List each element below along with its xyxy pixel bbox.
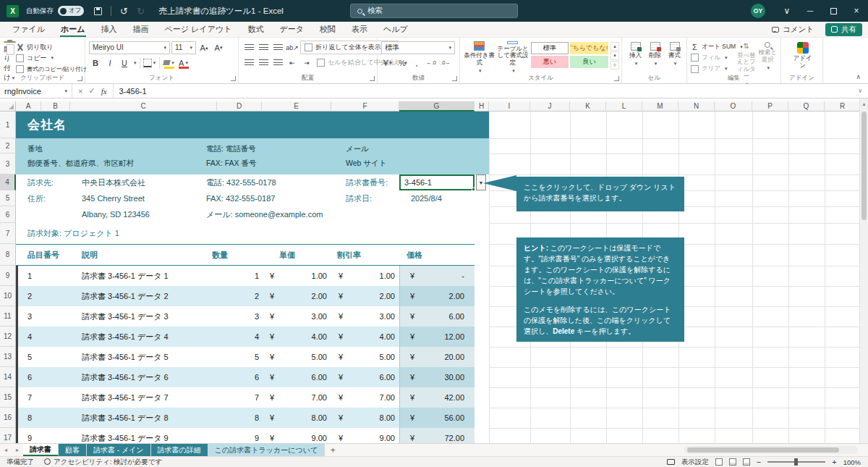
ribbon-tab-insert[interactable]: 挿入 xyxy=(93,22,125,37)
billto-value[interactable]: 中央日本株式会社 xyxy=(82,174,145,190)
italic-button[interactable]: I xyxy=(103,56,116,70)
zoom-level[interactable]: 100% xyxy=(843,458,861,466)
conditional-formatting-button[interactable]: 条件付き書式▾ xyxy=(464,40,495,74)
ribbon-tab-draw[interactable]: 描画 xyxy=(125,22,157,37)
vertical-scrollbar[interactable]: ▲ xyxy=(859,98,868,443)
alignment-dialog-launcher-icon[interactable] xyxy=(370,76,375,81)
collapse-ribbon-icon[interactable]: ∧ xyxy=(856,73,861,80)
column-header-K[interactable]: K xyxy=(570,101,606,112)
align-left-icon[interactable] xyxy=(242,56,255,70)
ribbon-tab-review[interactable]: 校閲 xyxy=(312,22,344,37)
page-break-view-icon[interactable] xyxy=(743,458,750,466)
underline-button[interactable]: U xyxy=(118,56,131,70)
invoice-table-row-3[interactable]: 3請求書 3-456-1 データ 33¥3.00¥3.00¥6.00 xyxy=(16,306,475,327)
column-header-N[interactable]: N xyxy=(678,101,715,112)
ribbon-tab-file[interactable]: ファイル xyxy=(4,22,53,37)
email-value[interactable]: メール: someone@example.com xyxy=(206,206,323,222)
borders-button[interactable]: ▾ xyxy=(143,56,156,70)
horizontal-scrollbar[interactable] xyxy=(684,446,858,454)
cancel-entry-icon[interactable]: × xyxy=(78,87,82,96)
percent-style-icon[interactable]: % xyxy=(396,56,409,70)
invoice-table-row-7[interactable]: 7請求書 3-456-1 データ 77¥7.00¥7.00¥42.00 xyxy=(16,387,475,408)
increase-decimal-icon[interactable]: ←.0 xyxy=(425,56,438,70)
delete-cells-button[interactable]: 削除▾ xyxy=(645,40,665,74)
autosave-toggle[interactable]: オフ xyxy=(58,6,84,16)
fax-value[interactable]: FAX: 432-555-0187 xyxy=(206,190,275,206)
ribbon-tab-help[interactable]: ヘルプ xyxy=(375,22,416,37)
sort-filter-button[interactable]: ⇅ 並べ替えとフィルター▾ xyxy=(736,40,757,74)
invoice-table-row-2[interactable]: 2請求書 3-456-1 データ 22¥2.00¥2.00¥2.00 xyxy=(16,286,475,306)
share-button[interactable]: 共有 xyxy=(825,23,862,36)
bold-button[interactable]: B xyxy=(89,56,102,70)
accessibility-status[interactable]: アクセシビリティ: 検討が必要です xyxy=(44,458,162,467)
invoice-table-row-8[interactable]: 8請求書 3-456-1 データ 88¥8.00¥8.00¥56.00 xyxy=(16,408,475,428)
zoom-slider-thumb[interactable] xyxy=(794,458,798,466)
normal-view-icon[interactable] xyxy=(715,458,723,466)
address-value2[interactable]: Albany, SD 123456 xyxy=(82,206,150,222)
cell-style-good[interactable]: 良い xyxy=(570,56,608,68)
comma-style-icon[interactable]: , xyxy=(410,56,423,70)
format-painter-button[interactable]: 書式のコピー/貼り付け xyxy=(16,64,87,74)
select-all-corner[interactable] xyxy=(0,101,16,112)
user-avatar[interactable]: OY xyxy=(751,4,765,18)
save-icon[interactable] xyxy=(94,7,102,15)
format-cells-button[interactable]: 書式▾ xyxy=(665,40,684,74)
ribbon-tab-home[interactable]: ホーム xyxy=(53,22,93,37)
invoice-date-value[interactable]: 2025/8/4 xyxy=(411,190,442,206)
orientation-icon[interactable]: ab↗ xyxy=(286,41,299,54)
maximize-button[interactable] xyxy=(822,0,845,22)
ribbon-tab-view[interactable]: 表示 xyxy=(344,22,375,37)
gallery-up-icon[interactable]: ▴ xyxy=(610,42,619,51)
expand-formula-bar-icon[interactable]: ∨ xyxy=(858,88,862,94)
ribbon-tab-formulas[interactable]: 数式 xyxy=(239,22,271,37)
phone-value[interactable]: 電話: 432-555-0178 xyxy=(206,174,276,190)
column-header-C[interactable]: C xyxy=(70,101,217,112)
vertical-scroll-thumb[interactable] xyxy=(861,112,867,220)
company-header-banner[interactable]: 会社名 xyxy=(16,112,489,138)
page-layout-view-icon[interactable] xyxy=(729,458,736,466)
font-color-button[interactable]: A▾ xyxy=(177,56,190,70)
cell-style-bad[interactable]: 悪い xyxy=(531,56,569,68)
sheet-tab-invoice-details[interactable]: 請求書の詳細 xyxy=(151,444,208,456)
insert-function-icon[interactable]: fx xyxy=(101,87,107,96)
column-header-H[interactable]: H xyxy=(475,101,489,112)
increase-font-icon[interactable]: A▴ xyxy=(197,41,210,54)
sheet-nav-right-icon[interactable]: ▸ xyxy=(12,444,23,456)
number-dialog-launcher-icon[interactable] xyxy=(452,76,457,81)
zoom-in-icon[interactable]: + xyxy=(832,458,836,466)
horizontal-scroll-thumb[interactable] xyxy=(687,447,839,453)
sheet-nav-left-icon[interactable]: ◂ xyxy=(0,444,12,456)
sheet-tab-invoice[interactable]: 請求書 xyxy=(23,444,59,456)
cell-style-normal[interactable]: 標準 xyxy=(531,42,569,54)
column-header-A[interactable]: A xyxy=(16,101,41,112)
font-dialog-launcher-icon[interactable] xyxy=(231,76,236,81)
gallery-down-icon[interactable]: ▾ xyxy=(610,51,619,60)
column-header-P[interactable]: P xyxy=(752,101,788,112)
align-center-icon[interactable] xyxy=(257,56,270,70)
name-box[interactable]: rngInvoice▾ xyxy=(0,84,72,98)
column-header-Q[interactable]: Q xyxy=(788,101,825,112)
undo-icon[interactable]: ↺ xyxy=(120,7,128,16)
styles-dialog-launcher-icon[interactable] xyxy=(614,76,619,81)
dropdown-hint-callout[interactable]: ここをクリックして、ドロップ ダウン リストから請求書番号を選択します。 xyxy=(516,177,684,211)
insert-cells-button[interactable]: 挿入▾ xyxy=(626,40,645,74)
addins-button[interactable]: アドイン xyxy=(792,40,814,74)
ribbon-tab-page-layout[interactable]: ページ レイアウト xyxy=(157,22,240,37)
new-sheet-button[interactable]: + xyxy=(325,444,341,456)
comments-button[interactable]: コメント xyxy=(766,23,820,36)
project-line[interactable]: 請求対象: プロジェクト 1 xyxy=(27,223,119,244)
sheet-tab-invoice-main[interactable]: 請求書 - メイン xyxy=(87,444,151,456)
zoom-out-icon[interactable]: − xyxy=(757,458,761,466)
fill-color-button[interactable]: ▾ xyxy=(163,56,176,70)
sheet-tab-about-tracker[interactable]: この請求書トラッカーについて xyxy=(208,444,325,456)
column-header-O[interactable]: O xyxy=(715,101,752,112)
address-value1[interactable]: 345 Cherry Street xyxy=(82,190,145,206)
font-size-select[interactable]: 11▾ xyxy=(171,41,196,54)
cell-style-neutral[interactable]: どちらでもない xyxy=(570,42,608,54)
decrease-font-icon[interactable]: A▾ xyxy=(212,41,225,54)
invoice-table-row-5[interactable]: 5請求書 3-456-1 データ 55¥5.00¥5.00¥20.00 xyxy=(16,347,475,367)
find-select-button[interactable]: 検索と選択▾ xyxy=(757,40,779,74)
increase-indent-icon[interactable]: ⇥ xyxy=(300,56,313,70)
sheet-tab-customers[interactable]: 顧客 xyxy=(59,444,87,456)
column-header-D[interactable]: D xyxy=(217,101,262,112)
